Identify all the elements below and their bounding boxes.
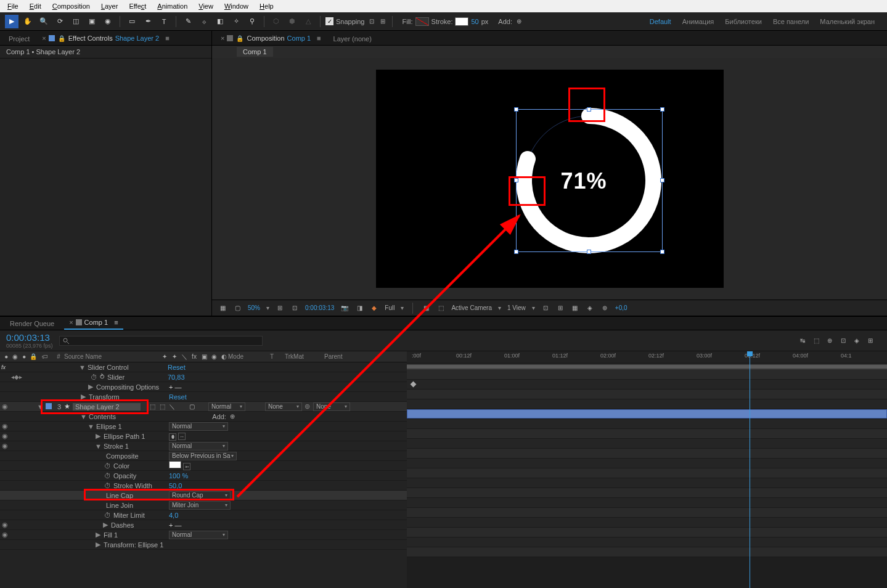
fx-layer-name[interactable]: Shape Layer 2 [115, 35, 160, 42]
prop-dashes[interactable]: Dashes [111, 521, 134, 529]
hand-tool-icon[interactable]: ✋ [21, 15, 35, 28]
composition-canvas[interactable]: 71% [376, 70, 724, 288]
trkmat-dd[interactable]: None [265, 402, 302, 411]
mesh2-icon[interactable]: ⬢ [285, 15, 299, 28]
vopt4-icon[interactable]: ◈ [586, 304, 594, 312]
path-icon2[interactable]: ↔ [178, 433, 186, 440]
rect-tool-icon[interactable]: ▭ [125, 15, 139, 28]
display-icon[interactable]: ▢ [233, 304, 242, 312]
composition-tab[interactable]: × 🔒 Composition Comp 1 ≡ [217, 31, 325, 45]
roto-tool-icon[interactable]: ✧ [229, 15, 243, 28]
prop-slider-control[interactable]: Slider Control [88, 364, 129, 371]
add-kf-icon[interactable]: ◆ [14, 374, 19, 380]
vis-dashes[interactable]: ◉ [0, 521, 10, 529]
prop-stroke-width[interactable]: Stroke Width [113, 482, 152, 489]
effect-controls-tab[interactable]: × 🔒 Effect Controls Shape Layer 2 ≡ [38, 31, 173, 45]
render-queue-tab[interactable]: Render Queue [5, 317, 59, 330]
add-shape-icon[interactable]: ⊕ [228, 412, 237, 421]
prop-composite[interactable]: Composite [106, 452, 139, 460]
snap-opt2-icon[interactable]: ⊞ [378, 17, 387, 26]
snapping-toggle[interactable]: ✓ Snapping ⊡ ⊞ [325, 17, 387, 26]
menu-composition[interactable]: Composition [47, 1, 95, 11]
vopt1-icon[interactable]: ⊡ [541, 304, 550, 312]
col-audio-icon[interactable]: ◉ [12, 353, 20, 361]
prop-opacity[interactable]: Opacity [113, 472, 136, 480]
blend-mode-dd[interactable]: Normal [208, 402, 245, 411]
mesh-icon[interactable]: ⬡ [269, 15, 283, 28]
vopt5-icon[interactable]: ⊕ [600, 304, 609, 312]
prop-stroke1[interactable]: Stroke 1 [104, 443, 129, 450]
timeline-search[interactable] [59, 336, 263, 346]
playhead[interactable] [750, 351, 750, 588]
menu-edit[interactable]: Edit [25, 1, 46, 11]
exposure-value[interactable]: +0,0 [615, 304, 627, 311]
opacity-stopwatch[interactable]: ⏱ [104, 472, 111, 480]
camera-tool-icon[interactable]: ▣ [85, 15, 99, 28]
reset-link-2[interactable]: Reset [169, 393, 187, 401]
menu-window[interactable]: Window [219, 1, 253, 11]
layer-bar[interactable] [407, 409, 887, 419]
prop-transform-1[interactable]: Transform [89, 393, 120, 401]
stroke-width-value[interactable]: 50 [471, 18, 478, 25]
timeline-tracks[interactable]: :00f 00:12f 01:00f 01:12f 02:00f 02:12f … [407, 351, 887, 588]
comp-name[interactable]: Comp 1 [287, 35, 311, 42]
lock-icon[interactable]: 🔒 [235, 34, 244, 43]
prop-slider[interactable]: Slider [107, 374, 125, 381]
viewer-timecode[interactable]: 0:00:03:13 [305, 304, 334, 311]
path-icon[interactable]: ⬮ [169, 433, 176, 441]
zoom-value[interactable]: 50% [248, 304, 260, 311]
eyedropper-icon[interactable]: ➳ [183, 463, 190, 470]
miter-value[interactable]: 4,0 [169, 512, 178, 519]
menu-animation[interactable]: Animation [152, 1, 192, 11]
grid-icon[interactable]: ⊞ [276, 304, 284, 312]
composite-dd[interactable]: Below Previous in Sa [169, 452, 237, 460]
tl-icon-4[interactable]: ⊡ [839, 337, 848, 345]
col-solo-icon[interactable]: ● [20, 353, 28, 361]
color-stopwatch[interactable]: ⏱ [104, 462, 111, 470]
workspace-all-panels[interactable]: Все панели [773, 18, 809, 25]
lock-icon[interactable]: 🔒 [57, 34, 66, 43]
vopt2-icon[interactable]: ⊞ [556, 304, 565, 312]
col-trkmat[interactable]: TrkMat [285, 353, 324, 360]
clone-tool-icon[interactable]: ⟐ [197, 15, 211, 28]
vopt3-icon[interactable]: ▦ [571, 304, 579, 312]
fill-mode-dd[interactable]: Normal [169, 531, 228, 539]
col-lock-icon[interactable]: 🔒 [30, 353, 38, 361]
show-snapshot-icon[interactable]: ◨ [355, 304, 364, 312]
prop-ellipse-path[interactable]: Ellipse Path 1 [104, 433, 145, 440]
prop-color[interactable]: Color [113, 462, 129, 470]
prop-transform-ellipse[interactable]: Transform: Ellipse 1 [104, 541, 163, 549]
selection-tool-icon[interactable]: ▶ [5, 15, 18, 28]
vis-ellipse-path[interactable]: ◉ [0, 432, 10, 440]
vis-ellipse[interactable]: ◉ [0, 422, 10, 430]
tl-icon-5[interactable]: ◈ [852, 337, 861, 345]
visibility-toggle[interactable]: ◉ [0, 402, 10, 410]
tl-icon-2[interactable]: ⬚ [812, 337, 820, 345]
view-count-dropdown[interactable]: 1 View [507, 304, 526, 311]
workspace-small-screen[interactable]: Маленький экран [820, 18, 875, 25]
col-parent[interactable]: Parent [324, 353, 367, 360]
prop-contents[interactable]: Contents [89, 413, 116, 420]
brush-tool-icon[interactable]: ✎ [181, 15, 195, 28]
menu-layer[interactable]: Layer [96, 1, 123, 11]
reset-link[interactable]: Reset [168, 364, 186, 371]
type-tool-icon[interactable]: T [157, 15, 171, 28]
fill-swatch[interactable] [415, 17, 429, 26]
next-kf-icon[interactable]: ▸ [19, 374, 22, 380]
timeline-layer-outline[interactable]: ● ◉ ● 🔒 🏷 # Source Name ✦✦＼fx▣◉◐ Mode T … [0, 351, 407, 588]
line-join-dd[interactable]: Miter Join [169, 501, 231, 510]
add-button-icon[interactable]: ⊕ [515, 17, 523, 26]
sw-stopwatch[interactable]: ⏱ [104, 482, 111, 489]
stroke-mode-dd[interactable]: Normal [169, 442, 228, 451]
tl-icon-6[interactable]: ⊞ [866, 337, 875, 345]
stroke-swatch[interactable] [455, 17, 468, 26]
col-source-name[interactable]: Source Name [64, 353, 160, 360]
prop-fill1[interactable]: Fill 1 [104, 531, 118, 539]
project-tab[interactable]: Project [5, 33, 33, 45]
layer-color-icon[interactable] [46, 403, 52, 409]
snapshot-icon[interactable]: 📷 [340, 304, 349, 312]
resolution-icon[interactable]: ▦ [218, 304, 227, 312]
comp-inner-tab[interactable]: Comp 1 [237, 47, 273, 57]
zoom-tool-icon[interactable]: 🔍 [37, 15, 51, 28]
transparency-icon[interactable]: ▦ [422, 304, 430, 312]
